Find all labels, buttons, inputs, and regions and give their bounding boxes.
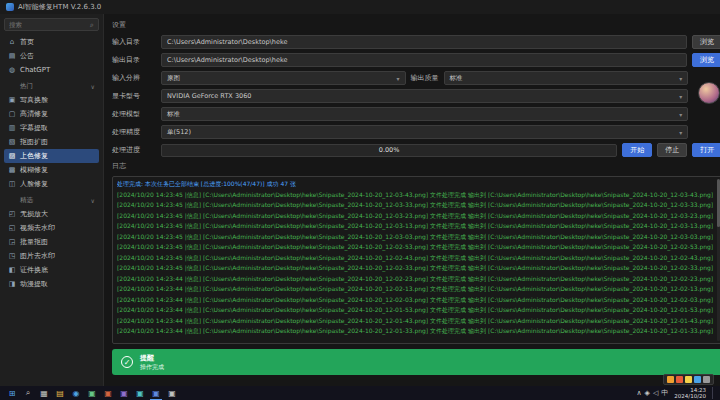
widget-icon[interactable] xyxy=(667,376,674,383)
sidebar-item[interactable]: ◳ 图片去水印 xyxy=(4,249,99,263)
sidebar-item[interactable]: ◨ 动漫提取 xyxy=(4,277,99,291)
sidebar-item-icon: ◧ xyxy=(8,266,16,274)
start-button[interactable]: 开始 xyxy=(622,143,652,157)
gpu-select[interactable]: NVIDIA GeForce RTX 3060 ▾ xyxy=(161,89,688,103)
progress-label: 处理进度 xyxy=(112,145,156,155)
app-window: ⌕ ⌂ 首页 ▤ 公告 ◍ ChatGPT xyxy=(0,14,720,386)
sidebar-item-icon: ◲ xyxy=(8,238,16,246)
widget-icon[interactable] xyxy=(676,376,683,383)
sidebar-item-label: 抠图扩图 xyxy=(20,137,48,147)
tray-icon[interactable]: 中 xyxy=(661,388,668,398)
sidebar-item[interactable]: ▩ 模糊修复 xyxy=(4,163,99,177)
widget-icon[interactable] xyxy=(703,376,710,383)
log-line: [2024/10/20 14:23:45 |信息] [C:\Users\Admi… xyxy=(117,200,713,211)
sidebar-item-label: 热门 xyxy=(20,82,33,91)
model-select[interactable]: 标准 ▾ xyxy=(161,107,688,121)
sidebar-item-icon: ▤ xyxy=(8,52,16,60)
log-line: [2024/10/20 14:23:44 |信息] [C:\Users\Admi… xyxy=(117,274,713,285)
log-line: [2024/10/20 14:23:44 |信息] [C:\Users\Admi… xyxy=(117,316,713,327)
sidebar-item[interactable]: 精选 ∨ xyxy=(4,193,99,207)
sidebar-item[interactable]: ◲ 批量抠图 xyxy=(4,235,99,249)
sidebar-item[interactable]: ▥ 字幕提取 xyxy=(4,121,99,135)
log-box[interactable]: 处理完成: 本次任务已全部结束 [总进度:100%(47/47)] 成功 47 … xyxy=(112,176,720,344)
taskbar-app-icon[interactable]: ▣ xyxy=(100,386,116,400)
model-label: 处理模型 xyxy=(112,109,156,119)
resolution-select[interactable]: 原图 ▾ xyxy=(161,71,406,85)
tray-icon[interactable]: ∧ xyxy=(636,389,641,397)
taskbar-app-icon[interactable]: ⊞ xyxy=(4,386,20,400)
sidebar-item[interactable]: ◰ 无损放大 xyxy=(4,207,99,221)
search-input[interactable] xyxy=(9,21,87,29)
output-dir-field[interactable]: C:\Users\Administrator\Desktop\heke xyxy=(161,53,687,67)
sidebar-item-label: 视频去水印 xyxy=(20,223,55,233)
taskbar-app-icon[interactable]: ▣ xyxy=(132,386,148,400)
taskbar-app-icon[interactable]: ▣ xyxy=(84,386,100,400)
app-logo-icon xyxy=(6,3,14,11)
output-dir-label: 输出目录 xyxy=(112,55,156,65)
check-circle-icon: ✓ xyxy=(121,356,133,368)
chevron-down-icon: ▾ xyxy=(679,129,682,136)
notification-center-button[interactable] xyxy=(712,387,716,399)
sidebar-item-icon: ◍ xyxy=(8,66,16,74)
sidebar-item[interactable]: 热门 ∨ xyxy=(4,79,99,93)
output-dir-browse-button[interactable]: 浏览 xyxy=(692,53,720,67)
sidebar-item[interactable]: ▧ 抠图扩图 xyxy=(4,135,99,149)
floating-widget[interactable] xyxy=(663,374,714,385)
log-line: [2024/10/20 14:23:44 |信息] [C:\Users\Admi… xyxy=(117,295,713,306)
log-line: [2024/10/20 14:23:45 |信息] [C:\Users\Admi… xyxy=(117,190,713,201)
sidebar-item-icon: ◫ xyxy=(8,180,16,188)
system-tray: ∧ ◈ ◁ 中 14:23 2024/10/20 xyxy=(636,387,716,399)
sidebar-item[interactable]: ◍ ChatGPT xyxy=(4,63,99,77)
sidebar-item[interactable]: ⌂ 首页 xyxy=(4,35,99,49)
tray-icon[interactable]: ◈ xyxy=(645,389,650,397)
input-dir-browse-button[interactable]: 浏览 xyxy=(692,35,720,49)
sidebar-item[interactable]: ◧ 证件换底 xyxy=(4,263,99,277)
sidebar-item[interactable]: ▢ 高清修复 xyxy=(4,107,99,121)
chevron-down-icon: ∨ xyxy=(91,197,95,204)
sidebar-item-icon: ◰ xyxy=(8,210,16,218)
sidebar-item[interactable]: ◫ 人脸修复 xyxy=(4,177,99,191)
sidebar-item[interactable]: ◱ 视频去水印 xyxy=(4,221,99,235)
quality-select[interactable]: 标准 ▾ xyxy=(444,71,689,85)
sidebar-item-icon: ▣ xyxy=(8,96,16,104)
taskbar-app-icon[interactable]: ▦ xyxy=(36,386,52,400)
sidebar-item[interactable]: ▤ 公告 xyxy=(4,49,99,63)
stop-button[interactable]: 停止 xyxy=(657,143,687,157)
widget-icon[interactable] xyxy=(685,376,692,383)
search-icon: ⌕ xyxy=(90,21,94,29)
titlebar: AI智能修复HTM V.2.6.3.0 xyxy=(0,0,720,14)
taskbar-app-icon[interactable]: ▤ xyxy=(52,386,68,400)
sidebar-item[interactable]: ▣ 写真换脸 xyxy=(4,93,99,107)
open-button[interactable]: 打开 xyxy=(692,143,720,157)
sidebar-item-icon: ⌂ xyxy=(8,38,16,46)
sidebar-item-label: 人脸修复 xyxy=(20,179,48,189)
user-avatar[interactable] xyxy=(698,82,720,104)
precision-select[interactable]: 单(512) ▾ xyxy=(161,125,688,139)
sidebar-item-label: 精选 xyxy=(20,196,33,205)
taskbar-app-icon[interactable]: ⌕ xyxy=(20,386,36,400)
sidebar-item-icon: ▩ xyxy=(8,166,16,174)
sidebar-item-label: 证件换底 xyxy=(20,265,48,275)
tray-icon[interactable]: ◁ xyxy=(653,389,658,397)
progress-percent: 0.00% xyxy=(162,145,616,156)
sidebar-item[interactable]: ▨ 上色修复 xyxy=(4,149,99,163)
log-line: [2024/10/20 14:23:44 |信息] [C:\Users\Admi… xyxy=(117,326,713,337)
log-line: 处理完成: 本次任务已全部结束 [总进度:100%(47/47)] 成功 47 … xyxy=(117,179,713,190)
taskbar-app-icon[interactable]: ▣ xyxy=(164,386,180,400)
sidebar-item-icon: ▥ xyxy=(8,124,16,132)
toast-message: 操作完成 xyxy=(140,363,164,371)
main-panel: 设置 输入目录 C:\Users\Administrator\Desktop\h… xyxy=(104,14,720,386)
taskbar-app-icon[interactable]: ▣ xyxy=(116,386,132,400)
sidebar-search[interactable]: ⌕ xyxy=(4,18,99,31)
taskbar-clock[interactable]: 14:23 2024/10/20 xyxy=(674,387,706,399)
input-dir-field[interactable]: C:\Users\Administrator\Desktop\heke xyxy=(161,35,687,49)
sidebar-item-label: 批量抠图 xyxy=(20,237,48,247)
log-line: [2024/10/20 14:23:45 |信息] [C:\Users\Admi… xyxy=(117,211,713,222)
sidebar-item-label: 图片去水印 xyxy=(20,251,55,261)
taskbar-apps: ⊞ ⌕ ▦ ▤ ◉ ▣ ▣ ▣ ▣ ▣ ▣ xyxy=(4,386,180,400)
chevron-down-icon: ▾ xyxy=(679,111,682,118)
log-line: [2024/10/20 14:23:45 |信息] [C:\Users\Admi… xyxy=(117,253,713,264)
widget-icon[interactable] xyxy=(694,376,701,383)
taskbar-app-icon[interactable]: ▣ xyxy=(148,386,164,400)
taskbar-app-icon[interactable]: ◉ xyxy=(68,386,84,400)
